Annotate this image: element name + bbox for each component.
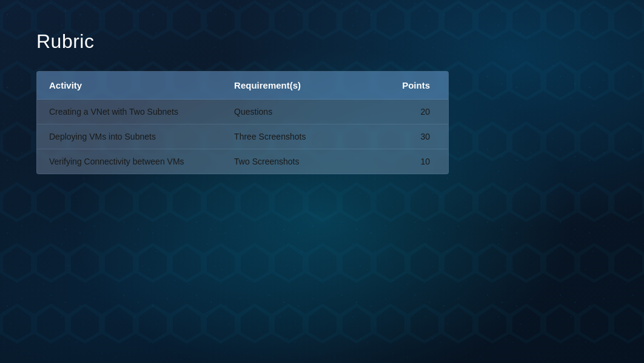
table-row: Deploying VMs into SubnetsThree Screensh…: [37, 124, 448, 149]
header-points: Points: [366, 72, 448, 100]
table-header-row: Activity Requirement(s) Points: [37, 72, 448, 100]
cell-points: 10: [366, 149, 448, 174]
table-row: Creating a VNet with Two SubnetsQuestion…: [37, 100, 448, 124]
table-body: Creating a VNet with Two SubnetsQuestion…: [37, 100, 448, 174]
cell-requirements: Three Screenshots: [222, 124, 366, 149]
cell-activity: Verifying Connectivity between VMs: [37, 149, 222, 174]
table-row: Verifying Connectivity between VMsTwo Sc…: [37, 149, 448, 174]
header-requirements: Requirement(s): [222, 72, 366, 100]
header-activity: Activity: [37, 72, 222, 100]
cell-points: 20: [366, 100, 448, 124]
rubric-table: Activity Requirement(s) Points Creating …: [37, 72, 448, 174]
page-container: Rubric Activity Requirement(s) Points Cr…: [0, 0, 644, 205]
rubric-table-container: Activity Requirement(s) Points Creating …: [36, 71, 449, 174]
cell-activity: Creating a VNet with Two Subnets: [37, 100, 222, 124]
page-title: Rubric: [36, 30, 608, 53]
cell-requirements: Two Screenshots: [222, 149, 366, 174]
cell-activity: Deploying VMs into Subnets: [37, 124, 222, 149]
cell-requirements: Questions: [222, 100, 366, 124]
cell-points: 30: [366, 124, 448, 149]
